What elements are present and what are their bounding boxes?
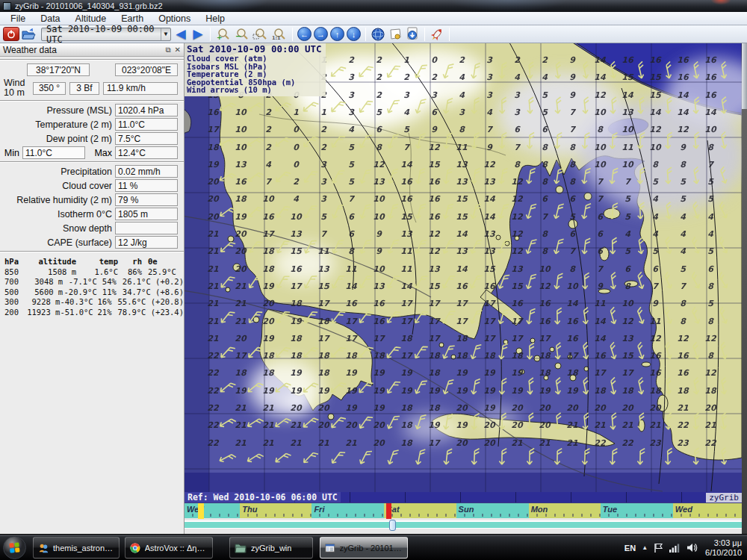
tray-date: 6/10/2010: [705, 548, 742, 558]
pan-down-button[interactable]: ↓: [347, 27, 361, 41]
table-header-cell: hPa: [4, 257, 30, 267]
network-signal-icon[interactable]: [669, 543, 681, 553]
map-select-button[interactable]: [388, 27, 403, 42]
temp-value: 15: [649, 90, 662, 100]
quit-button[interactable]: [3, 27, 19, 41]
temp-value: 18: [649, 386, 662, 396]
menu-item-altitude[interactable]: Altitude: [68, 13, 114, 25]
timeline-day-5[interactable]: Mon: [529, 503, 601, 518]
temp-value: 17: [400, 317, 413, 326]
timeline-day-1[interactable]: Thu: [240, 503, 311, 518]
scrollbar-thumb[interactable]: [742, 43, 747, 109]
close-icon[interactable]: [711, 0, 731, 4]
pan-right-button[interactable]: →: [314, 27, 328, 41]
temp-value: 18: [456, 351, 468, 361]
taskbar-button-astrovox[interactable]: AstroVox :: Δημοσ...: [125, 537, 213, 559]
menu-item-earth[interactable]: Earth: [114, 13, 151, 25]
zoom-in-button[interactable]: +: [215, 27, 232, 42]
temp-value: 17: [622, 368, 634, 378]
show-hidden-icons-button[interactable]: ▲: [642, 544, 648, 551]
show-globe-button[interactable]: [371, 27, 385, 42]
timeline-day-7[interactable]: Wed: [673, 503, 742, 518]
float-panel-icon[interactable]: ⧉: [165, 46, 170, 55]
vertical-scrollbar[interactable]: [742, 43, 747, 534]
pan-up-button[interactable]: ↑: [330, 27, 344, 41]
temp-value: 18: [290, 299, 303, 308]
clock[interactable]: 3:03 μμ 6/10/2010: [705, 538, 742, 558]
temp-value: 19: [262, 386, 275, 396]
temp-value: 4: [707, 229, 714, 239]
start-button[interactable]: [3, 536, 26, 559]
latitude-value: 38°17'20"N: [27, 63, 90, 76]
temp-value: 14: [456, 264, 468, 274]
temp-value: 2: [265, 125, 272, 134]
temp-value: 6: [514, 125, 521, 134]
timeline-day-2[interactable]: Fri: [311, 503, 384, 518]
close-panel-icon[interactable]: ✕: [175, 46, 181, 55]
zoom-select-button[interactable]: [252, 27, 269, 42]
temp-value: 21: [235, 438, 247, 448]
temp-value: 7: [348, 194, 355, 204]
temp-value: 12: [704, 334, 717, 343]
table-cell: 500: [4, 287, 25, 298]
row-label: Precipitation: [0, 167, 115, 177]
temp-value: 14: [622, 90, 634, 100]
prev-timestep-button[interactable]: ◀: [173, 27, 188, 42]
weather-map[interactable]: 1221023229141616161623222434491415151616…: [185, 43, 742, 492]
menu-item-help[interactable]: Help: [198, 13, 232, 25]
temp-value: 22: [207, 368, 220, 378]
timeline-day-4[interactable]: Sun: [456, 503, 529, 518]
temp-value: 17: [594, 368, 607, 378]
temp-value: 16: [677, 72, 689, 82]
temp-value: 9: [376, 246, 382, 256]
panel-header[interactable]: Weather data ⧉ ✕: [0, 43, 184, 57]
temp-value: 18: [428, 368, 441, 378]
panel-title: Weather data: [3, 45, 57, 55]
check-update-button[interactable]: [430, 27, 444, 42]
action-center-flag-icon[interactable]: [654, 543, 663, 553]
temp-value: 8: [707, 143, 714, 152]
language-indicator[interactable]: EN: [624, 544, 636, 553]
temp-value: 14: [677, 108, 689, 117]
weather-data-panel: Weather data ⧉ ✕ 38°17'20"N 023°20'08"E …: [0, 43, 185, 534]
map-edge-bottom: [185, 473, 742, 492]
taskbar-button-zygrib[interactable]: zyGrib - 20101006...: [320, 537, 408, 559]
temp-value: 20: [483, 420, 496, 430]
temp-value: 19: [483, 368, 496, 378]
temp-value: 17: [511, 334, 524, 343]
table-row: 3009228 m-40.3°C16%55.6°C (+20.8): [4, 297, 184, 308]
min-temp-value: 11.0°C: [22, 146, 85, 159]
time-slider-handle[interactable]: [389, 520, 396, 531]
temp-value: 16: [373, 317, 385, 326]
time-slider[interactable]: [185, 520, 742, 529]
date-select[interactable]: Sat 2010-10-09 00:00 UTC ▼: [41, 28, 171, 41]
forecast-timeline[interactable]: WedThuFriSatSunMonTueWed: [185, 503, 742, 518]
temp-value: 8: [652, 160, 659, 169]
temp-value: 14: [704, 108, 717, 117]
menu-item-data[interactable]: Data: [33, 13, 67, 25]
open-file-button[interactable]: [22, 27, 36, 42]
zoom-out-button[interactable]: −: [234, 27, 250, 42]
table-header-cell: temp: [76, 257, 118, 267]
temp-value: 20: [317, 420, 330, 430]
timeline-current-marker: [386, 503, 391, 519]
next-timestep-button[interactable]: ▶: [190, 27, 205, 42]
temp-value: 20: [235, 264, 247, 274]
timeline-day-6[interactable]: Tue: [601, 503, 673, 518]
menu-item-options[interactable]: Options: [151, 13, 198, 25]
temp-value: 20: [207, 194, 220, 204]
temp-value: 9: [486, 143, 493, 152]
reference-bar: Ref: Wed 2010-10-06 06:00 UTC zyGrib: [185, 492, 742, 503]
zoom-out-icon: −: [234, 28, 250, 41]
pan-left-button[interactable]: ←: [297, 27, 311, 41]
temp-value: 17: [345, 317, 358, 326]
zoom-fit-button[interactable]: 1:1: [271, 27, 288, 42]
temp-value: 21: [511, 438, 523, 448]
menu-item-file[interactable]: File: [3, 13, 33, 25]
timeline-day-0[interactable]: Wed: [185, 503, 240, 518]
timeline-day-3[interactable]: Sat: [384, 503, 456, 518]
taskbar-button-zygrib-win[interactable]: zyGrib_win: [229, 537, 313, 559]
speaker-icon[interactable]: [686, 543, 698, 553]
download-grib-button[interactable]: [405, 27, 420, 42]
taskbar-button-themis[interactable]: themis_astronom...: [33, 537, 120, 559]
